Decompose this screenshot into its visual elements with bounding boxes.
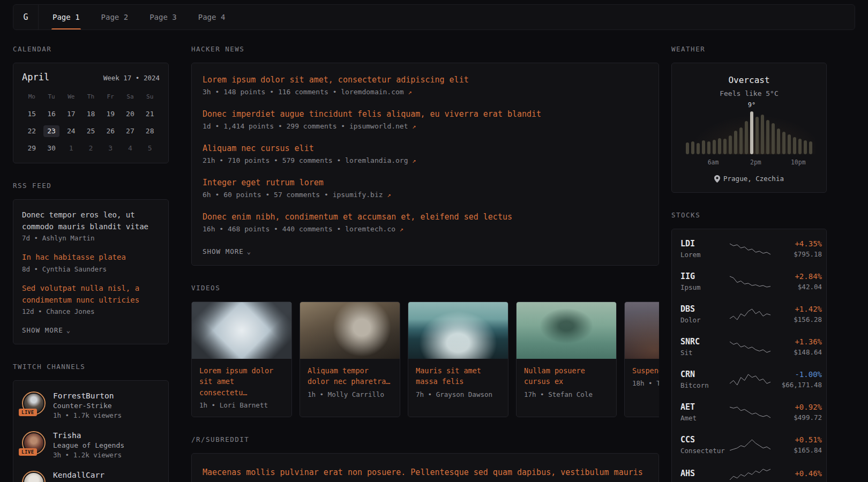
rss-item-headline[interactable]: Sed volutpat nulla nisl, a condimentum n… [22,283,160,306]
rss-item-headline[interactable]: Donec tempor eros leo, ut commodo mauris… [22,209,160,232]
video-thumbnail[interactable] [625,302,659,359]
avatar-image [24,473,43,482]
video-title[interactable]: Suspendisse diam [625,359,659,379]
show-more-label: SHOW MORE [203,247,244,255]
video-card[interactable]: Mauris sit amet massa felis 7h • Grayson… [408,302,508,417]
video-thumbnail[interactable] [517,302,616,359]
stock-sparkline [730,340,770,354]
rss-item-meta: 12d • Chance Jones [22,307,160,315]
twitch-section: TWITCH CHANNELS LIVE ForrestBurton Count… [13,363,169,482]
channel-name[interactable]: Trisha [53,431,124,440]
weather-bar [729,135,732,154]
hn-domain-link[interactable]: loremtech.co [345,225,395,233]
weather-section-header: WEATHER [671,45,827,53]
hn-item-headline[interactable]: Donec enim nibh, condimentum et accumsan… [203,212,648,222]
stock-row[interactable]: CRN Bitcorn -1.00% $66,171.48 [672,363,826,396]
calendar-day: 17 [63,108,79,120]
stock-row[interactable]: IIG Ipsum +2.84% $42.04 [672,265,826,298]
external-link-icon[interactable]: ↗ [387,191,391,199]
stock-price: $795.18 [770,250,822,258]
channel-name[interactable]: KendallCarr [53,471,104,479]
external-link-icon[interactable]: ↗ [412,157,416,164]
calendar-card: April Week 17 • 2024 Mo Tu We Th Fr Sa S… [13,63,169,163]
video-meta: 18h • Tara [625,379,659,395]
rss-item-meta: 8d • Cynthia Saunders [22,265,160,273]
video-title[interactable]: Aliquam tempor dolor nec pharetra… [300,359,400,390]
live-badge: LIVE [19,448,37,456]
weather-bar-current: 9° [750,111,753,154]
calendar-day: 15 [24,108,40,120]
hn-domain-link[interactable]: loremdomain.com [341,88,403,96]
channel-name[interactable]: ForrestBurton [53,391,122,400]
hn-item-headline[interactable]: Lorem ipsum dolor sit amet, consectetur … [203,75,648,85]
weather-bar [702,140,705,154]
weather-bar [697,143,700,154]
weather-bar [745,121,748,154]
weather-bar [739,127,743,154]
stocks-card: LDI Lorem +4.35% $795.18 IIG Ipsum [671,229,827,482]
hn-domain-link[interactable]: ipsumify.biz [333,191,383,199]
tab-page-4[interactable]: Page 4 [188,5,236,29]
weather-bar-chart: 9° [683,111,815,154]
stock-row[interactable]: DBS Dolor +1.42% $156.28 [672,298,826,330]
video-thumbnail[interactable] [192,302,291,359]
video-title[interactable]: Mauris sit amet massa felis [408,359,508,390]
video-thumbnail[interactable] [408,302,508,359]
subreddit-post-title[interactable]: Maecenas mollis pulvinar erat non posuer… [203,465,648,482]
hn-item-headline[interactable]: Aliquam nec cursus elit [203,144,648,153]
video-thumbnail[interactable] [300,302,400,359]
hacker-news-item: Aliquam nec cursus elit 21h • 710 points… [203,144,648,164]
weather-bar [686,142,689,154]
video-row: Lorem ipsum dolor sit amet consectetu… 1… [191,302,659,417]
hacker-news-section-header: HACKER NEWS [191,45,659,53]
external-link-icon[interactable]: ↗ [400,225,403,233]
rss-item-headline[interactable]: In hac habitasse platea [22,252,160,263]
hn-item-headline[interactable]: Donec imperdiet augue tincidunt felis al… [203,109,648,119]
rss-show-more-button[interactable]: SHOW MORE ⌄ [22,326,71,334]
video-title[interactable]: Nullam posuere cursus ex [517,359,616,390]
tab-page-1[interactable]: Page 1 [42,5,91,29]
video-card[interactable]: Suspendisse diam 18h • Tara [624,302,659,417]
calendar-day: 27 [122,125,138,137]
hn-item-headline[interactable]: Integer eget rutrum lorem [203,178,648,187]
calendar-day: 28 [142,125,158,137]
video-card[interactable]: Lorem ipsum dolor sit amet consectetu… 1… [191,302,292,417]
external-link-icon[interactable]: ↗ [408,88,412,96]
live-badge: LIVE [19,409,37,416]
calendar-day: 24 [63,125,79,137]
video-title[interactable]: Lorem ipsum dolor sit amet consectetu… [192,359,291,401]
twitch-section-header: TWITCH CHANNELS [13,363,169,371]
weather-bar [798,139,802,154]
left-column: CALENDAR April Week 17 • 2024 Mo Tu We T… [13,45,169,482]
stock-row[interactable]: LDI Lorem +4.35% $795.18 [672,232,826,265]
twitch-channel[interactable]: LIVE ForrestBurton Counter-Strike 1h • 1… [22,391,160,419]
hn-show-more-button[interactable]: SHOW MORE ⌄ [203,247,251,255]
stock-row[interactable]: SNRC Sit +1.36% $148.64 [672,330,826,363]
weather-axis: 6am 2pm 10pm [683,159,815,167]
app-logo: G [13,5,39,29]
stock-change: -1.00% [770,370,822,379]
stock-price: $66,171.48 [770,381,822,389]
twitch-card: LIVE ForrestBurton Counter-Strike 1h • 1… [13,380,169,482]
external-link-icon[interactable]: ↗ [412,123,416,130]
weather-bar [707,141,710,154]
weather-bar [766,120,769,154]
stock-name: Lorem [680,251,730,259]
tab-page-3[interactable]: Page 3 [139,5,188,29]
stock-row[interactable]: AET Amet +0.92% $499.72 [672,396,826,428]
tab-page-2[interactable]: Page 2 [91,5,139,29]
video-card[interactable]: Nullam posuere cursus ex 17h • Stefan Co… [516,302,617,417]
hn-domain-link[interactable]: ipsumworld.net [349,122,408,130]
hn-meta-text: 16h • 468 points • 440 comments • [203,225,341,233]
stock-name: Ipsum [680,283,730,291]
stock-row[interactable]: CCS Consectetur +0.51% $165.84 [672,428,826,461]
hn-domain-link[interactable]: loremlandia.org [345,156,408,164]
weather-bar [734,131,737,154]
rss-item: Sed volutpat nulla nisl, a condimentum n… [22,283,160,315]
video-card[interactable]: Aliquam tempor dolor nec pharetra… 1h • … [300,302,400,417]
twitch-channel[interactable]: KendallCarr [22,471,160,482]
weather-bar [755,117,759,154]
rss-card: Donec tempor eros leo, ut commodo mauris… [13,199,169,344]
twitch-channel[interactable]: LIVE Trisha League of Legends 3h • 1.2k … [22,431,160,459]
stock-row[interactable]: AHS +0.46% [672,461,826,482]
